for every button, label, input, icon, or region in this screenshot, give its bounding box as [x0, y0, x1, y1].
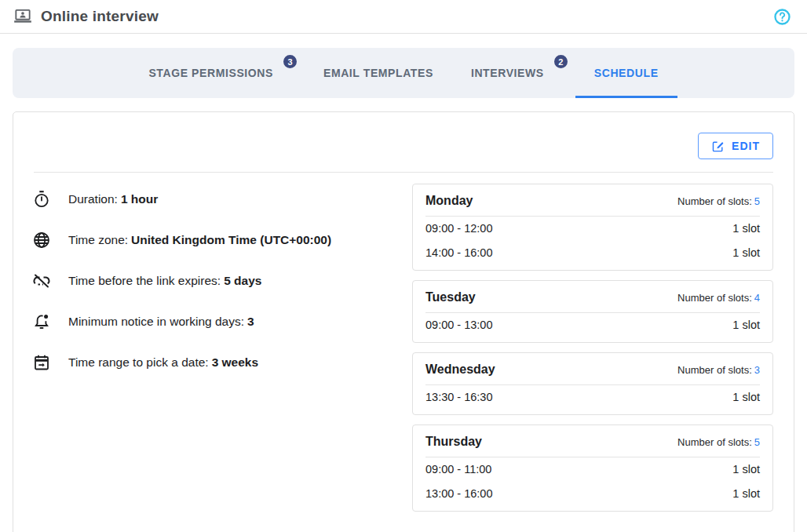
tab-interviews[interactable]: INTERVIEWS 2 — [452, 48, 575, 98]
slots-info: Number of slots:5 — [677, 195, 760, 207]
slots-label: Number of slots: — [677, 364, 752, 376]
edit-button[interactable]: EDIT — [698, 133, 773, 159]
page-title: Online interview — [41, 8, 159, 25]
slot-row: 13:30 - 16:30 1 slot — [425, 385, 760, 410]
setting-timezone: Time zone:United Kingdom Time (UTC+00:00… — [32, 231, 412, 250]
slot-time: 09:00 - 12:00 — [425, 221, 492, 236]
link-off-icon — [32, 271, 51, 290]
setting-value: 3 — [247, 315, 254, 328]
tab-bar: STAGE PERMISSIONS 3 EMAIL TEMPLATES INTE… — [13, 48, 794, 98]
stage-permissions-badge: 3 — [282, 53, 298, 70]
setting-label: Time before the link expires: — [68, 274, 221, 287]
help-icon[interactable] — [773, 8, 791, 26]
setting-text: Time range to pick a date:3 weeks — [68, 353, 258, 372]
tab-label: INTERVIEWS — [471, 67, 544, 79]
tab-label: SCHEDULE — [594, 67, 659, 79]
schedule-panel: EDIT Duration:1 hour — [13, 111, 794, 532]
slots-info: Number of slots:3 — [677, 364, 760, 376]
settings-column: Duration:1 hour Time zone:United Kingdom… — [32, 184, 412, 521]
slot-row: 14:00 - 16:00 1 slot — [425, 241, 760, 265]
day-header: Thursday Number of slots:5 — [425, 433, 760, 457]
setting-text: Duration:1 hour — [68, 190, 158, 209]
day-card-wednesday: Wednesday Number of slots:3 13:30 - 16:3… — [412, 352, 773, 415]
setting-label: Duration: — [68, 192, 118, 206]
slot-time: 13:00 - 16:00 — [425, 486, 492, 501]
slots-label: Number of slots: — [677, 195, 752, 207]
notification-icon — [32, 312, 51, 331]
day-header: Tuesday Number of slots:4 — [425, 289, 760, 313]
panel-toolbar: EDIT — [13, 112, 794, 159]
edit-button-label: EDIT — [732, 140, 760, 152]
setting-time-range: Time range to pick a date:3 weeks — [32, 353, 412, 372]
slots-info: Number of slots:5 — [677, 436, 760, 448]
setting-label: Time range to pick a date: — [68, 355, 209, 369]
day-card-monday: Monday Number of slots:5 09:00 - 12:00 1… — [412, 184, 773, 271]
slot-count: 1 slot — [732, 390, 760, 405]
tab-schedule[interactable]: SCHEDULE — [575, 48, 677, 98]
interviews-badge: 2 — [553, 53, 569, 70]
slots-label: Number of slots: — [677, 292, 752, 304]
slots-count-link[interactable]: 5 — [754, 436, 760, 448]
day-name: Thursday — [425, 433, 482, 450]
slots-count-link[interactable]: 4 — [754, 292, 760, 304]
tab-stage-permissions[interactable]: STAGE PERMISSIONS 3 — [130, 48, 305, 98]
slot-count: 1 slot — [732, 318, 760, 333]
setting-text: Minimum notice in working days:3 — [68, 312, 254, 331]
slot-row: 09:00 - 13:00 1 slot — [425, 313, 760, 337]
slot-row: 09:00 - 11:00 1 slot — [425, 457, 760, 482]
slot-count: 1 slot — [732, 486, 760, 501]
slot-row: 09:00 - 12:00 1 slot — [425, 217, 760, 241]
slot-time: 09:00 - 11:00 — [425, 462, 491, 477]
online-interview-icon — [13, 6, 33, 27]
setting-value: 1 hour — [121, 192, 158, 206]
setting-minimum-notice: Minimum notice in working days:3 — [32, 312, 412, 331]
setting-text: Time before the link expires:5 days — [68, 271, 261, 290]
setting-value: 3 weeks — [212, 355, 258, 369]
setting-value: 5 days — [224, 274, 261, 287]
slot-count: 1 slot — [732, 462, 760, 477]
day-card-thursday: Thursday Number of slots:5 09:00 - 11:00… — [412, 425, 773, 512]
slot-time: 13:30 - 16:30 — [425, 390, 492, 405]
setting-link-expiry: Time before the link expires:5 days — [32, 271, 412, 290]
slot-time: 14:00 - 16:00 — [425, 246, 492, 261]
setting-value: United Kingdom Time (UTC+00:00) — [131, 233, 331, 246]
setting-text: Time zone:United Kingdom Time (UTC+00:00… — [68, 231, 331, 250]
day-header: Wednesday Number of slots:3 — [425, 361, 760, 385]
slots-label: Number of slots: — [677, 436, 752, 448]
day-header: Monday Number of slots:5 — [425, 192, 760, 217]
slots-count-link[interactable]: 5 — [754, 195, 760, 207]
panel-content: Duration:1 hour Time zone:United Kingdom… — [13, 173, 794, 532]
setting-label: Time zone: — [68, 233, 128, 246]
day-name: Tuesday — [425, 289, 476, 306]
globe-icon — [32, 231, 51, 250]
slot-count: 1 slot — [732, 246, 760, 261]
slot-count: 1 slot — [732, 221, 760, 236]
day-card-tuesday: Tuesday Number of slots:4 09:00 - 13:00 … — [412, 280, 773, 343]
tab-email-templates[interactable]: EMAIL TEMPLATES — [305, 48, 452, 98]
edit-icon — [711, 140, 725, 153]
slots-info: Number of slots:4 — [677, 292, 760, 304]
slots-count-link[interactable]: 3 — [754, 364, 760, 376]
slot-time: 09:00 - 13:00 — [425, 318, 492, 333]
setting-duration: Duration:1 hour — [32, 190, 412, 209]
setting-label: Minimum notice in working days: — [68, 315, 244, 328]
slot-row: 13:00 - 16:00 1 slot — [425, 482, 760, 506]
timer-icon — [32, 190, 51, 209]
tab-label: STAGE PERMISSIONS — [148, 67, 273, 79]
tab-label: EMAIL TEMPLATES — [323, 67, 433, 79]
days-column: Monday Number of slots:5 09:00 - 12:00 1… — [412, 184, 773, 521]
day-name: Wednesday — [425, 361, 495, 378]
day-name: Monday — [425, 192, 473, 210]
calendar-arrow-icon — [32, 353, 51, 372]
page-header: Online interview — [0, 0, 807, 34]
